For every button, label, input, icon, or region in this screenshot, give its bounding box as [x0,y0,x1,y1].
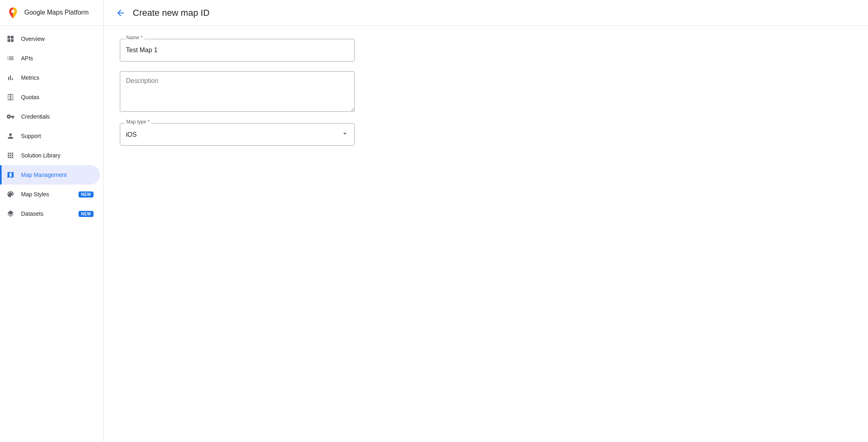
sidebar-item-map-management[interactable]: Map Management [0,165,100,185]
sidebar-item-datasets-label: Datasets [21,210,72,217]
back-button[interactable] [113,6,128,20]
sidebar-item-quotas[interactable]: Quotas [0,87,100,107]
sidebar-item-map-styles-label: Map Styles [21,191,72,198]
sidebar-item-credentials[interactable]: Credentials [0,107,100,126]
sidebar-item-support-label: Support [21,133,94,139]
sidebar-item-quotas-label: Quotas [21,94,94,100]
table-icon [6,93,15,101]
sidebar-item-solution-library[interactable]: Solution Library [0,146,100,165]
main-content: Create new map ID Name * Map type * Java… [104,0,868,442]
name-label: Name * [125,35,144,40]
sidebar-item-map-styles[interactable]: Map Styles NEW [0,185,100,204]
map-icon [6,171,15,179]
sidebar-item-overview-label: Overview [21,36,94,42]
description-field [120,71,355,113]
sidebar-item-credentials-label: Credentials [21,113,94,120]
sidebar-item-metrics[interactable]: Metrics [0,68,100,87]
datasets-new-badge: NEW [79,211,94,217]
description-input[interactable] [120,71,355,112]
sidebar-item-apis-label: APIs [21,55,94,62]
map-type-field: Map type * JavaScript Android iOS [120,123,355,146]
name-input[interactable] [120,39,355,62]
main-header: Create new map ID [104,0,868,26]
map-type-select-wrapper: JavaScript Android iOS [120,123,355,146]
apps-icon [6,151,15,159]
map-type-label: Map type * [125,119,151,125]
person-icon [6,132,15,140]
sidebar-item-support[interactable]: Support [0,126,100,146]
grid-icon [6,35,15,43]
svg-point-0 [11,10,15,13]
list-icon [6,54,15,62]
name-field: Name * [120,39,355,62]
sidebar-title: Google Maps Platform [24,8,89,17]
page-title: Create new map ID [133,8,210,18]
sidebar-item-datasets[interactable]: Datasets NEW [0,204,100,223]
map-styles-new-badge: NEW [79,191,94,198]
sidebar-item-solution-library-label: Solution Library [21,152,94,159]
main-body: Name * Map type * JavaScript Android iOS [104,26,868,442]
layers-icon [6,210,15,218]
google-maps-logo [6,6,19,19]
sidebar: Google Maps Platform Overview APIs Metri… [0,0,104,442]
sidebar-navigation: Overview APIs Metrics Quotas [0,26,103,227]
map-type-select[interactable]: JavaScript Android iOS [120,123,355,146]
form-container: Name * Map type * JavaScript Android iOS [120,39,355,146]
palette-icon [6,190,15,198]
sidebar-item-map-management-label: Map Management [21,172,94,178]
sidebar-header: Google Maps Platform [0,0,103,26]
sidebar-item-overview[interactable]: Overview [0,29,100,49]
sidebar-item-metrics-label: Metrics [21,74,94,81]
bar-chart-icon [6,74,15,82]
sidebar-item-apis[interactable]: APIs [0,49,100,68]
key-icon [6,113,15,121]
